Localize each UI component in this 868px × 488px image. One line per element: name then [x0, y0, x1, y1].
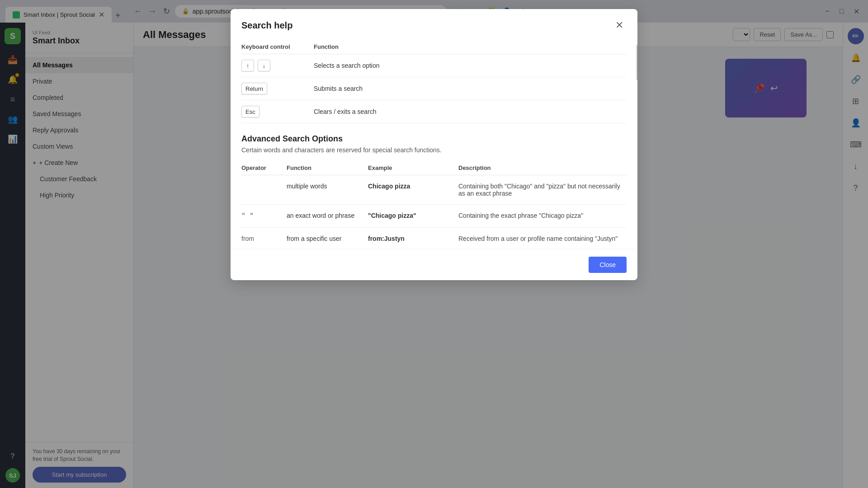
search-help-modal: Search help ✕ Keyboard control Function	[231, 9, 637, 280]
adv-col-example: Example	[368, 161, 458, 175]
return-key: Return	[241, 83, 267, 94]
adv-example-1: Chicago pizza	[368, 175, 458, 205]
adv-row-from: from from a specific user from:Justyn Re…	[241, 228, 627, 249]
close-modal-button[interactable]: Close	[589, 257, 627, 273]
adv-example-2: "Chicago pizza"	[368, 205, 458, 228]
adv-operator-3: from	[241, 228, 287, 249]
arrow-keys: ↑ ↓	[241, 60, 314, 71]
adv-col-operator: Operator	[241, 161, 287, 175]
kb-row-arrows: ↑ ↓ Selects a search option	[241, 54, 627, 77]
kb-arrows-function: Selects a search option	[314, 54, 627, 77]
advanced-search-subtitle: Certain words and characters are reserve…	[241, 146, 627, 154]
kb-row-esc: Esc Clears / exits a search	[241, 100, 627, 123]
modal-overlay: Search help ✕ Keyboard control Function	[0, 0, 868, 488]
modal-title: Search help	[241, 20, 292, 31]
modal-body[interactable]: Keyboard control Function ↑ ↓ Selects a …	[231, 40, 637, 249]
kb-return-function: Submits a search	[314, 77, 627, 100]
adv-col-function: Function	[287, 161, 368, 175]
kb-col-keyboard: Keyboard control	[241, 40, 314, 54]
keyboard-control-table: Keyboard control Function ↑ ↓ Selects a …	[241, 40, 627, 123]
kb-row-return: Return Submits a search	[241, 77, 627, 100]
adv-description-3: Received from a user or profile name con…	[458, 228, 627, 249]
modal-close-button[interactable]: ✕	[612, 18, 627, 33]
kb-col-function: Function	[314, 40, 627, 54]
adv-row-exact-phrase: " " an exact word or phrase "Chicago piz…	[241, 205, 627, 228]
up-arrow-key: ↑	[241, 60, 254, 71]
advanced-search-table: Operator Function Example Description mu…	[241, 161, 627, 249]
modal-footer: Close	[231, 249, 637, 280]
adv-operator-2: " "	[241, 205, 287, 228]
scroll-track[interactable]	[637, 40, 637, 249]
adv-description-2: Containing the exact phrase "Chicago piz…	[458, 205, 627, 228]
adv-function-3: from a specific user	[287, 228, 368, 249]
adv-operator-1	[241, 175, 287, 205]
advanced-search-title: Advanced Search Options	[241, 134, 627, 144]
adv-description-1: Containing both "Chicago" and "pizza" bu…	[458, 175, 627, 205]
kb-esc-function: Clears / exits a search	[314, 100, 627, 123]
down-arrow-key: ↓	[258, 60, 270, 71]
adv-example-3: from:Justyn	[368, 228, 458, 249]
scroll-thumb[interactable]	[637, 44, 637, 80]
esc-key: Esc	[241, 106, 259, 117]
adv-function-1: multiple words	[287, 175, 368, 205]
modal-header: Search help ✕	[231, 9, 637, 40]
advanced-search-section: Advanced Search Options Certain words an…	[241, 134, 627, 249]
adv-row-multiple-words: multiple words Chicago pizza Containing …	[241, 175, 627, 205]
adv-function-2: an exact word or phrase	[287, 205, 368, 228]
adv-col-description: Description	[458, 161, 627, 175]
